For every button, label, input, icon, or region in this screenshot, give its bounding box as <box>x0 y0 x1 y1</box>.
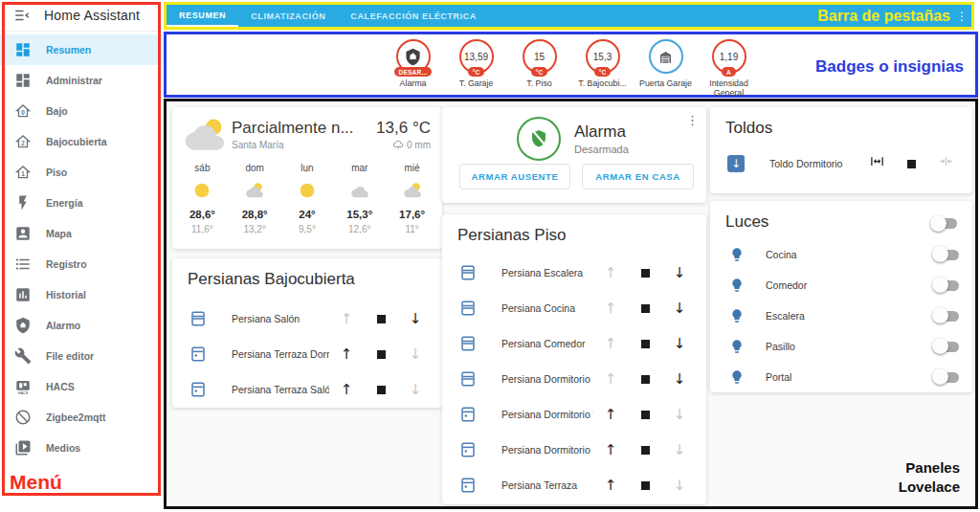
cover-up-button[interactable]: ↑ <box>593 297 628 320</box>
shutter-open-icon <box>189 310 207 327</box>
cover-up-button[interactable]: ↑ <box>329 378 364 401</box>
stop-icon <box>641 446 650 455</box>
sidebar-item-zigbee2mqtt[interactable]: Zigbee2mqtt <box>0 402 163 433</box>
cover-stop-button[interactable] <box>364 378 398 401</box>
light-name: Escalera <box>766 310 934 322</box>
sidebar-item-hacs[interactable]: HACS HACS <box>0 371 163 402</box>
sidebar-item-medios[interactable]: Medios <box>0 433 163 463</box>
luces-card: Luces Cocina Comedor Escalera <box>710 201 972 392</box>
sidebar-item-registro[interactable]: Registro <box>0 249 163 279</box>
arm-home-button[interactable]: ARMAR EN CASA <box>582 164 694 189</box>
more-options-icon[interactable]: ⋮ <box>686 113 699 127</box>
cover-down-button[interactable]: ↓ <box>398 343 433 366</box>
forecast-high: 28,6° <box>189 209 215 220</box>
covers-bajocubierta-card: Persianas Bajocubierta Persiana Salón ↑ … <box>172 258 442 408</box>
light-toggle[interactable] <box>934 372 959 383</box>
sidebar-item-bajo[interactable]: 0 Bajo <box>0 96 163 126</box>
lovelace-view: Parcialmente n... 13,6 °C Santa María 0 … <box>164 99 978 509</box>
lightbulb-icon <box>729 369 745 385</box>
sidebar-toggle-icon[interactable] <box>13 7 31 24</box>
cover-down-button[interactable]: ↓ <box>662 367 697 390</box>
cover-down-button[interactable]: ↓ <box>398 378 433 401</box>
sidebar-item-label: Mapa <box>46 228 72 239</box>
play-box-icon <box>14 439 32 456</box>
sidebar-item-administrar[interactable]: Administrar <box>0 65 163 96</box>
forecast-low: 11° <box>405 224 418 234</box>
cover-stop-button[interactable] <box>628 367 662 390</box>
cover-stop-button[interactable] <box>628 474 662 497</box>
cover-up-button[interactable]: ↑ <box>593 474 628 497</box>
weather-card[interactable]: Parcialmente n... 13,6 °C Santa María 0 … <box>172 107 442 249</box>
cloudy-icon <box>349 180 370 201</box>
badge-intensidad-general[interactable]: 1,19 A Intensidad General <box>702 39 757 98</box>
tab-climatizacion[interactable]: CLIMATIZACIÓN <box>238 5 338 27</box>
awning-open-button[interactable] <box>859 152 894 175</box>
cover-up-button[interactable]: ↑ <box>593 438 628 461</box>
arm-away-button[interactable]: ARMAR AUSENTE <box>459 164 570 189</box>
tab-calefaccion-electrica[interactable]: CALEFACCIÓN ELÉCTRICA <box>338 5 489 27</box>
sidebar-item-energia[interactable]: Energía <box>0 188 163 218</box>
stop-icon <box>641 304 650 313</box>
badge-puerta-garaje[interactable]: Puerta Garaje <box>638 39 694 98</box>
cover-stop-button[interactable] <box>364 307 398 330</box>
alarm-state-circle[interactable] <box>517 117 561 161</box>
forecast-day-name: sáb <box>194 163 210 173</box>
tab-resumen[interactable]: RESUMEN <box>167 5 238 27</box>
light-row-escalera: Escalera <box>710 301 972 331</box>
light-toggle[interactable] <box>934 280 959 291</box>
forecast-day: mié 17,6° 11° <box>386 163 438 234</box>
cover-down-button[interactable]: ↓ <box>662 474 697 497</box>
light-toggle[interactable] <box>934 342 959 352</box>
luces-group-toggle[interactable] <box>932 218 957 229</box>
cover-down-button[interactable]: ↓ <box>398 307 433 330</box>
sidebar-item-mapa[interactable]: Mapa <box>0 218 163 249</box>
cover-down-button[interactable]: ↓ <box>662 438 697 461</box>
sidebar-item-alarmo[interactable]: Alarmo <box>0 310 163 341</box>
badge-unit-pill: °C <box>531 67 548 77</box>
cover-up-button[interactable]: ↑ <box>329 307 364 330</box>
cover-stop-button[interactable] <box>628 438 662 461</box>
cover-down-button[interactable]: ↓ <box>662 332 697 355</box>
cover-down-button[interactable]: ↓ <box>662 403 697 426</box>
weather-condition: Parcialmente n... <box>232 119 385 138</box>
sidebar-item-bajocubierta[interactable]: 2 Bajocubierta <box>0 126 163 157</box>
cover-up-button[interactable]: ↑ <box>593 367 628 390</box>
sidebar-item-piso[interactable]: 1 Piso <box>0 157 163 188</box>
badge-t-piso[interactable]: 15 °C T. Piso <box>512 39 568 98</box>
lightning-bolt-icon <box>14 194 32 211</box>
badge-unit-pill: A <box>722 67 736 77</box>
badge-t-garaje[interactable]: 13,59 °C T. Garaje <box>449 39 504 98</box>
sidebar-header: Home Assistant <box>0 0 163 32</box>
cover-stop-button[interactable] <box>628 332 662 355</box>
awning-close-button[interactable] <box>928 152 963 175</box>
forecast-day-name: dom <box>245 163 263 173</box>
garage-icon <box>657 48 675 66</box>
badge-alarma[interactable]: DESAR... Alarma <box>386 39 441 98</box>
cover-up-button[interactable]: ↑ <box>593 261 628 284</box>
cover-up-button[interactable]: ↑ <box>593 403 628 426</box>
light-toggle[interactable] <box>934 250 959 260</box>
cover-up-button[interactable]: ↑ <box>329 343 364 366</box>
sidebar-item-resumen[interactable]: Resumen <box>0 34 163 65</box>
sidebar-item-file-editor[interactable]: File editor <box>0 341 163 371</box>
lightbulb-icon <box>729 308 745 323</box>
cover-up-button[interactable]: ↑ <box>593 332 628 355</box>
stop-icon <box>907 160 916 168</box>
light-toggle[interactable] <box>934 311 959 322</box>
forecast-day-name: mar <box>351 163 368 173</box>
overflow-menu-icon[interactable]: ⋮ <box>956 10 968 23</box>
cover-down-button[interactable]: ↓ <box>662 297 697 320</box>
cover-stop-button[interactable] <box>628 261 662 284</box>
cover-stop-button[interactable] <box>364 343 398 366</box>
cover-down-button[interactable]: ↓ <box>662 261 697 284</box>
card-title: Toldos <box>725 119 772 138</box>
badge-unit-pill: °C <box>468 67 485 77</box>
cover-stop-button[interactable] <box>628 403 662 426</box>
sidebar-item-historial[interactable]: Historial <box>0 279 163 310</box>
stop-icon <box>377 350 386 359</box>
awning-stop-button[interactable] <box>894 152 928 175</box>
badge-t-bajocubierta[interactable]: 15,3 °C T. Bajocubi... <box>575 39 631 98</box>
home-floor-2-icon: 2 <box>14 133 32 150</box>
cover-stop-button[interactable] <box>628 297 662 320</box>
forecast-day-name: mié <box>405 163 420 173</box>
